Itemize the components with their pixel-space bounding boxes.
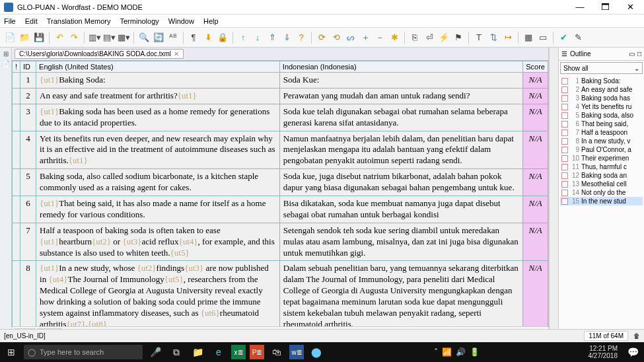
edge-icon[interactable]: e: [210, 344, 227, 361]
table-row[interactable]: 7Half a teaspoon of baking soda is often…: [13, 223, 548, 261]
grid-icon[interactable]: ▦: [522, 32, 534, 44]
commit-icon[interactable]: ⏎: [423, 32, 435, 44]
table-row[interactable]: 2An easy and safe treatment for arthriti…: [13, 88, 548, 104]
outline-item[interactable]: 1Baking Soda:: [560, 77, 643, 85]
tag-icon[interactable]: ⬇: [202, 32, 214, 44]
outline-item[interactable]: 13Mesothelial cell: [560, 180, 643, 188]
trash-icon[interactable]: 🗑: [633, 332, 640, 340]
outline-item[interactable]: 8In a new study, v: [560, 137, 643, 145]
outline-item[interactable]: 6That being said,: [560, 120, 643, 128]
row-target[interactable]: Setengah sendok teh soda kue sering diam…: [279, 223, 522, 261]
outline-item[interactable]: 3Baking soda has: [560, 94, 643, 102]
minimize-button[interactable]: —: [570, 2, 590, 12]
menu-window[interactable]: Window: [168, 17, 194, 25]
menu-edit[interactable]: Edit: [25, 17, 38, 25]
minus-icon[interactable]: －: [374, 32, 386, 44]
row-target[interactable]: Bisa dikatakan, soda kue membuat namanya…: [279, 196, 522, 223]
vertical-scrollbar[interactable]: [549, 48, 558, 338]
close-button[interactable]: ✕: [620, 2, 640, 12]
menu-help[interactable]: Help: [203, 17, 219, 25]
file-tab-close-icon[interactable]: ✕: [174, 50, 179, 57]
col-flag[interactable]: !: [13, 61, 20, 73]
goto-icon[interactable]: ↦: [502, 32, 514, 44]
table-row[interactable]: 8{ut1}In a new study, whose {ut2}finding…: [13, 261, 548, 326]
outline-item[interactable]: 14Not only do the: [560, 188, 643, 197]
row-source[interactable]: {ut1}That being said, it has also made a…: [36, 196, 280, 223]
lock-icon[interactable]: 🔒: [217, 32, 229, 44]
tray-battery-icon[interactable]: 🔋: [470, 347, 480, 357]
row-target[interactable]: Soda kue telah digunakan sebagai obat ru…: [279, 104, 522, 131]
start-button[interactable]: ⊞: [3, 344, 20, 361]
table-row[interactable]: 1{ut1}Baking Soda:Soda Kue:N/A: [13, 73, 548, 89]
outline-item[interactable]: 7Half a teaspoon: [560, 128, 643, 137]
outline-item[interactable]: 11Thus, harmful c: [560, 163, 643, 171]
layout3-icon[interactable]: ▦▾: [118, 32, 129, 44]
table-row[interactable]: 3{ut1}Baking soda has been used as a hom…: [13, 104, 548, 131]
col-score[interactable]: Score: [523, 61, 548, 73]
store-icon[interactable]: 🛍: [268, 344, 285, 361]
new-icon[interactable]: 📄: [4, 32, 16, 44]
col-source[interactable]: English (United States): [36, 61, 280, 73]
notifications-icon[interactable]: 💬: [624, 344, 641, 361]
gutter-doc-icon[interactable]: 📄: [2, 60, 10, 67]
save-icon[interactable]: 💾: [33, 32, 45, 44]
tray-network-icon[interactable]: 📶: [442, 347, 452, 357]
row-source[interactable]: An easy and safe treatment for arthritis…: [36, 88, 280, 104]
next-seg-icon[interactable]: ↓: [252, 32, 264, 44]
panel-icon[interactable]: ▭: [537, 32, 549, 44]
spell-icon[interactable]: ᴬᴮ: [167, 32, 179, 44]
taskbar-search[interactable]: ◯ Type here to search: [24, 345, 143, 359]
row-target[interactable]: Perawatan yang mudah dan aman untuk rada…: [279, 88, 522, 104]
outline-filter-select[interactable]: Show all ⌄: [560, 62, 643, 74]
outline-item[interactable]: 12Baking soda an: [560, 171, 643, 180]
mic-icon[interactable]: 🎤: [147, 344, 164, 361]
tm-lookup-icon[interactable]: ᔕ: [345, 32, 357, 44]
tray-up-icon[interactable]: ˄: [434, 347, 438, 357]
menu-file[interactable]: File: [4, 17, 16, 25]
outline-item[interactable]: 9Paul O'Connor, a: [560, 145, 643, 154]
col-target[interactable]: Indonesian (Indonesia): [279, 61, 522, 73]
row-target[interactable]: Namun manfaatnya berjalan lebih dalam, d…: [279, 131, 522, 169]
row-source[interactable]: {ut1}Baking Soda:: [36, 73, 280, 89]
question-icon[interactable]: ?: [295, 32, 307, 44]
copy-src-icon[interactable]: ⎘: [409, 32, 421, 44]
taskview-icon[interactable]: ⧉: [168, 344, 185, 361]
explorer-icon[interactable]: 📁: [189, 344, 206, 361]
plus-icon[interactable]: ＋: [359, 32, 371, 44]
gutter-expand-icon[interactable]: ⊞: [3, 50, 9, 57]
check-icon[interactable]: ✔: [557, 32, 569, 44]
bolt-icon[interactable]: ⚡: [438, 32, 450, 44]
layout2-icon[interactable]: ▤▾: [103, 32, 115, 44]
outline-item[interactable]: 4Yet its benefits ru: [560, 102, 643, 111]
menu-terminology[interactable]: Terminology: [120, 17, 159, 25]
excel-icon[interactable]: x≣: [231, 345, 246, 359]
tray-volume-icon[interactable]: 🔊: [456, 347, 466, 357]
first-icon[interactable]: ⇑: [266, 32, 278, 44]
outline-max-icon[interactable]: □: [637, 50, 641, 57]
table-row[interactable]: 5Baking soda, also called sodium bicarbo…: [13, 169, 548, 196]
refresh2-icon[interactable]: ⟲: [330, 32, 342, 44]
outline-item[interactable]: 15In the new stud: [560, 197, 643, 205]
refresh-icon[interactable]: ⟳: [316, 32, 328, 44]
outline-item[interactable]: 2An easy and safe: [560, 85, 643, 94]
last-icon[interactable]: ⇓: [281, 32, 293, 44]
maximize-button[interactable]: 🗖: [595, 2, 615, 12]
table-row[interactable]: 6{ut1}That being said, it has also made …: [13, 196, 548, 223]
row-target[interactable]: Soda kue, juga disebut natrium bikarbona…: [279, 169, 522, 196]
row-source[interactable]: {ut1}In a new study, whose {ut2}findings…: [36, 261, 280, 326]
prev-seg-icon[interactable]: ↑: [237, 32, 249, 44]
col-id[interactable]: ID: [20, 61, 36, 73]
menu-tm[interactable]: Translation Memory: [47, 17, 111, 25]
pilcrow-icon[interactable]: ¶: [188, 32, 199, 44]
layout1-icon[interactable]: ▥▾: [89, 32, 100, 44]
word-icon[interactable]: w≣: [289, 345, 304, 359]
flag-icon[interactable]: ⚑: [452, 32, 464, 44]
row-source[interactable]: {ut1}Baking soda has been used as a home…: [36, 104, 280, 131]
outline-item[interactable]: 10Their experimen: [560, 154, 643, 163]
outline-min-icon[interactable]: ▭: [629, 50, 635, 57]
redo-icon[interactable]: ↷: [68, 32, 80, 44]
wordfast-icon[interactable]: ⬤: [308, 344, 325, 361]
note-icon[interactable]: ✎: [572, 32, 584, 44]
row-target[interactable]: Soda Kue:: [279, 73, 522, 89]
tray-clock[interactable]: 12:21 PM 4/27/2018: [589, 345, 621, 359]
